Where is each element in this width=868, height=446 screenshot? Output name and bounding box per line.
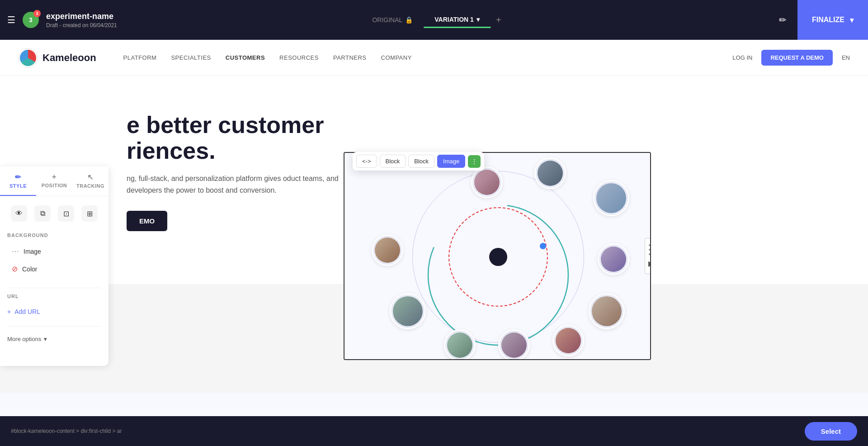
edit-button[interactable]: ✏ <box>768 14 797 25</box>
logo-text: Kameleoon <box>42 52 96 64</box>
nav-company[interactable]: COMPANY <box>381 54 412 61</box>
toolbar-block2-button[interactable]: Block <box>408 155 434 168</box>
select-button[interactable]: Select <box>805 422 857 441</box>
top-bar-tabs: ORIGINAL 🔒 VARIATION 1 ▾ + <box>361 11 506 29</box>
request-demo-button[interactable]: REQUEST A DEMO <box>761 50 833 66</box>
avatar-6 <box>390 293 426 329</box>
toolbar-image-button[interactable]: Image <box>437 155 465 168</box>
experiment-info: experiment-name Draft - created on 06/04… <box>46 12 117 28</box>
site-nav: PLATFORM SPECIALTIES CUSTOMERS RESOURCES… <box>123 54 412 61</box>
chevron-down-icon: ▾ <box>476 16 480 23</box>
resize-handle[interactable]: ▶ <box>645 238 651 274</box>
avatar-1-image <box>474 170 500 195</box>
toolbar-block1-button[interactable]: Block <box>380 155 406 168</box>
tracking-icon: ↖ <box>87 173 94 181</box>
position-icon: + <box>52 173 57 181</box>
toolbar-more-button[interactable]: ⋮ <box>468 155 481 168</box>
add-url-button[interactable]: + Add URL <box>7 304 101 319</box>
resize-dots <box>649 244 651 255</box>
hero-description: ng, full-stack, and personalization plat… <box>127 173 353 196</box>
avatar-2-image <box>538 161 563 186</box>
separator-2 <box>7 326 101 327</box>
duplicate-button[interactable]: ⧉ <box>34 205 51 222</box>
toolbar-arrow-button[interactable]: <-> <box>356 155 377 168</box>
experiment-name: experiment-name <box>46 12 117 21</box>
center-dot <box>489 248 507 266</box>
bg-color-option[interactable]: ⊘ Color <box>7 261 101 277</box>
select-icon: ⊡ <box>58 205 74 222</box>
login-button[interactable]: LOG IN <box>732 54 752 61</box>
avatar-9 <box>498 329 530 360</box>
avatar-8-image <box>447 332 472 358</box>
avatar-3-image <box>596 183 626 213</box>
logo-image <box>18 48 38 68</box>
nav-platform[interactable]: PLATFORM <box>123 54 157 61</box>
avatar-2 <box>534 157 566 189</box>
avatar-10-image <box>556 328 581 353</box>
finalize-label: FINALIZE <box>812 16 844 24</box>
finalize-chevron-icon: ▾ <box>850 16 854 24</box>
site-header-right: LOG IN REQUEST A DEMO EN <box>732 50 850 66</box>
select-button[interactable]: ⊡ <box>58 205 74 222</box>
avatar-6-image <box>393 296 423 326</box>
visibility-button[interactable]: 👁 <box>11 205 27 222</box>
image-panel: ▶ <box>344 152 651 360</box>
bg-image-option[interactable]: ⋯ Image <box>7 243 101 259</box>
site-logo[interactable]: Kameleoon <box>18 48 96 68</box>
tab-variation-1[interactable]: VARIATION 1 ▾ <box>424 12 491 28</box>
bottom-bar: #block-kameleoon-content > div:first-chi… <box>0 416 868 446</box>
tab-original[interactable]: ORIGINAL 🔒 <box>361 13 424 27</box>
url-section-title: URL <box>7 294 101 299</box>
tab-position[interactable]: + POSITION <box>36 166 72 196</box>
avatar-4 <box>372 234 403 266</box>
bg-image-label: Image <box>24 248 41 255</box>
panel-body: 👁 ⧉ ⊡ ⊞ BACKGROUND ⋯ Image <box>0 196 108 355</box>
url-section: URL + Add URL <box>7 294 101 319</box>
tab-style[interactable]: ✏ STYLE <box>0 166 36 196</box>
nav-resources[interactable]: RESOURCES <box>279 54 319 61</box>
language-selector[interactable]: EN <box>842 54 850 61</box>
avatar-7-image <box>592 296 622 326</box>
transform-button[interactable]: ⊞ <box>81 205 98 222</box>
avatar-8 <box>444 329 476 360</box>
top-bar-right: ✏ FINALIZE ▾ <box>768 0 868 40</box>
panel-tabs: ✏ STYLE + POSITION ↖ TRACKING <box>0 166 108 196</box>
top-bar: ☰ 3 3 experiment-name Draft - created on… <box>0 0 868 40</box>
image-pattern-icon: ⋯ <box>12 247 19 256</box>
resize-dot-3 <box>649 249 651 251</box>
avatar-10 <box>552 325 584 356</box>
avatar-9-image <box>501 332 527 358</box>
resize-dot-row-2 <box>649 249 651 251</box>
tab-style-label: STYLE <box>9 183 27 189</box>
resize-dot-row <box>649 244 651 246</box>
transform-icon: ⊞ <box>81 205 98 222</box>
tab-position-label: POSITION <box>42 183 67 188</box>
add-url-label: Add URL <box>14 308 40 315</box>
badge-icon: 3 <box>29 16 33 24</box>
more-options-button[interactable]: More options ▾ <box>7 332 101 346</box>
nav-customers[interactable]: CUSTOMERS <box>226 54 265 61</box>
nav-partners[interactable]: PARTNERS <box>333 54 367 61</box>
tab-tracking[interactable]: ↖ TRACKING <box>72 166 108 196</box>
hamburger-icon[interactable]: ☰ <box>7 14 15 25</box>
background-section-title: BACKGROUND <box>7 232 101 238</box>
notification-badge: 3 <box>33 10 41 17</box>
eye-icon: 👁 <box>11 205 27 222</box>
breadcrumb: #block-kameleoon-content > div:first-chi… <box>11 428 122 434</box>
panel-action-row: 👁 ⧉ ⊡ ⊞ <box>7 205 101 222</box>
nav-specialties[interactable]: SPECIALTIES <box>171 54 211 61</box>
resize-dot-5 <box>649 253 651 255</box>
hero-heading-part1: e better customer <box>127 112 324 138</box>
color-slash-icon: ⊘ <box>12 265 18 273</box>
floating-toolbar: <-> Block Block Image ⋮ <box>353 152 484 171</box>
add-variation-button[interactable]: + <box>491 11 507 29</box>
hero-cta-button[interactable]: EMO <box>127 211 167 231</box>
main-content: e better customer riences. ng, full-stac… <box>0 76 868 446</box>
avatar-3 <box>593 180 629 216</box>
finalize-button[interactable]: FINALIZE ▾ <box>797 0 868 40</box>
avatar-7 <box>589 293 625 329</box>
bg-color-label: Color <box>22 266 37 273</box>
avatar-4-image <box>375 237 400 263</box>
tab-tracking-label: TRACKING <box>76 183 104 189</box>
logo-graphic <box>20 50 36 66</box>
